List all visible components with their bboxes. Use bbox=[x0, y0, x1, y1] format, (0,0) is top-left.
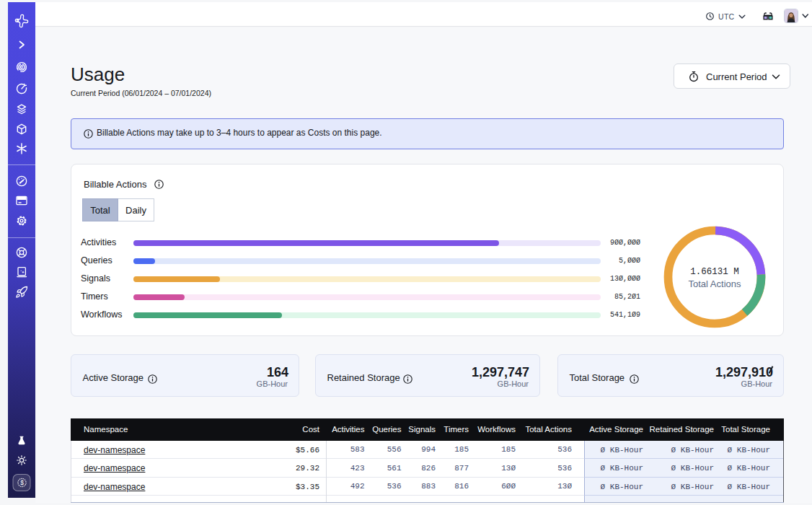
svg-text:$: $ bbox=[20, 479, 24, 486]
